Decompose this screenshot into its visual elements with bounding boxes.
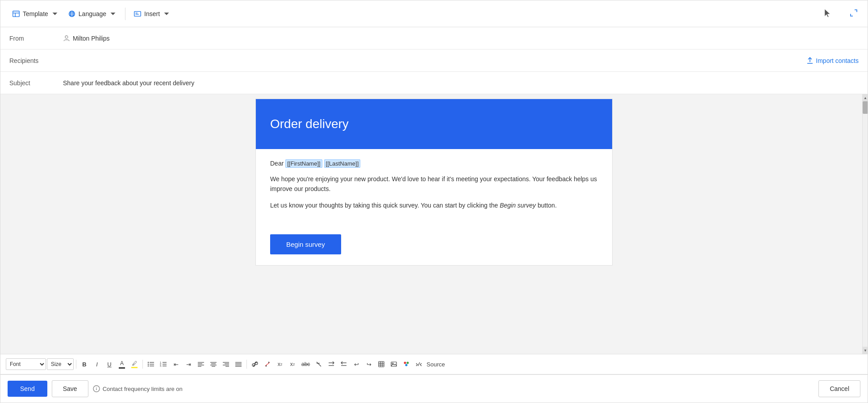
insert-label: Insert bbox=[144, 10, 160, 17]
align-left-button[interactable] bbox=[195, 358, 207, 370]
svg-point-60 bbox=[405, 364, 408, 366]
begin-survey-button[interactable]: Begin survey bbox=[270, 234, 341, 254]
template-label: Template bbox=[23, 10, 48, 17]
save-button[interactable]: Save bbox=[52, 380, 88, 397]
formatting-toolbar: Font Size B I U A 🖊 bbox=[0, 354, 868, 374]
cursor-indicator bbox=[824, 8, 832, 19]
template-button[interactable]: Template bbox=[8, 7, 63, 21]
size-select[interactable]: Size bbox=[47, 358, 74, 370]
align-center-button[interactable] bbox=[208, 358, 219, 370]
email-content-wrapper: Order delivery Dear [[FirstName]] [[Last… bbox=[255, 99, 613, 266]
svg-line-45 bbox=[317, 362, 321, 366]
body-para2-italic: Begin survey bbox=[500, 202, 536, 209]
numbered-list-button[interactable]: 1. 2. 3. bbox=[158, 358, 169, 370]
survey-btn-area: Begin survey bbox=[256, 227, 612, 265]
language-label: Language bbox=[79, 10, 106, 17]
strikethrough-button[interactable]: abc bbox=[299, 358, 312, 370]
svg-point-58 bbox=[404, 362, 406, 364]
from-value: Milton Philips bbox=[63, 35, 859, 42]
scroll-arrow-down[interactable]: ▼ bbox=[863, 347, 868, 354]
from-label: From bbox=[9, 35, 63, 42]
fmt-divider-3 bbox=[246, 360, 247, 369]
scroll-thumb[interactable] bbox=[863, 101, 868, 114]
bold-button[interactable]: B bbox=[79, 358, 90, 370]
undo-button[interactable]: ↩ bbox=[351, 358, 362, 370]
email-composer: Template Language bbox=[0, 0, 868, 403]
outdent-button[interactable]: ⇤ bbox=[170, 358, 182, 370]
svg-point-18 bbox=[148, 366, 149, 366]
body-paragraph-2: Let us know your thoughts by taking this… bbox=[270, 200, 598, 210]
link-button[interactable] bbox=[249, 358, 261, 370]
email-body-area[interactable]: Order delivery Dear [[FirstName]] [[Last… bbox=[0, 94, 868, 354]
language-button[interactable]: Language bbox=[63, 7, 121, 21]
bottom-bar: Send Save Contact frequency limits are o… bbox=[0, 374, 868, 403]
svg-point-11 bbox=[65, 36, 68, 38]
svg-rect-51 bbox=[379, 361, 384, 367]
import-contacts-button[interactable]: Import contacts bbox=[807, 57, 859, 64]
font-color-indicator bbox=[119, 367, 125, 369]
image-button[interactable] bbox=[388, 358, 400, 370]
format-clear-button[interactable] bbox=[313, 358, 325, 370]
from-sender: Milton Philips bbox=[73, 35, 109, 42]
fmt-divider-2 bbox=[142, 360, 143, 369]
unlink-button[interactable] bbox=[262, 358, 273, 370]
frequency-notice: Contact frequency limits are on bbox=[93, 385, 183, 392]
insert-button[interactable]: Insert bbox=[129, 7, 175, 21]
salutation-prefix: Dear bbox=[270, 160, 284, 167]
freq-notice-text: Contact frequency limits are on bbox=[103, 386, 183, 392]
underline-button[interactable]: U bbox=[104, 358, 115, 370]
language-icon bbox=[68, 10, 76, 18]
scroll-arrow-up[interactable]: ▲ bbox=[863, 94, 868, 101]
recipients-label: Recipients bbox=[9, 57, 63, 64]
font-color-button[interactable]: A bbox=[116, 358, 128, 370]
expand-button[interactable] bbox=[847, 6, 860, 21]
scrollbar-track[interactable]: ▲ ▼ bbox=[862, 94, 868, 354]
italic-button[interactable]: I bbox=[91, 358, 103, 370]
firstname-merge-tag: [[FirstName]] bbox=[285, 159, 322, 168]
superscript-button[interactable]: x2 bbox=[274, 358, 286, 370]
subject-label: Subject bbox=[9, 79, 63, 87]
top-toolbar: Template Language bbox=[0, 0, 868, 27]
indent-button[interactable]: ⇥ bbox=[183, 358, 194, 370]
svg-point-16 bbox=[148, 364, 149, 365]
email-salutation: Dear [[FirstName]] [[LastName]] bbox=[270, 160, 598, 167]
upload-icon bbox=[807, 57, 813, 64]
rtl-button[interactable] bbox=[338, 358, 350, 370]
lastname-merge-tag: [[LastName]] bbox=[324, 159, 361, 168]
justify-button[interactable] bbox=[233, 358, 244, 370]
svg-rect-8 bbox=[134, 11, 141, 16]
recipients-row: Recipients Import contacts bbox=[0, 50, 868, 72]
send-button[interactable]: Send bbox=[8, 381, 47, 397]
table-button[interactable] bbox=[376, 358, 387, 370]
ltr-button[interactable] bbox=[326, 358, 337, 370]
svg-point-59 bbox=[407, 362, 409, 364]
import-contacts-label: Import contacts bbox=[816, 57, 859, 64]
font-select[interactable]: Font bbox=[6, 358, 46, 370]
cancel-button[interactable]: Cancel bbox=[818, 380, 860, 397]
info-icon bbox=[93, 385, 100, 392]
from-row: From Milton Philips bbox=[0, 27, 868, 50]
body-para2-prefix: Let us know your thoughts by taking this… bbox=[270, 202, 500, 209]
fmt-divider-1 bbox=[76, 360, 76, 369]
subject-text: Share your feedback about your recent de… bbox=[63, 79, 194, 87]
source-button[interactable] bbox=[413, 358, 425, 370]
redo-button[interactable]: ↪ bbox=[363, 358, 375, 370]
color-picker-button[interactable] bbox=[401, 358, 412, 370]
insert-chevron-icon bbox=[163, 10, 171, 18]
insert-icon bbox=[134, 10, 142, 18]
highlight-button[interactable]: 🖊 bbox=[129, 358, 140, 370]
subject-value: Share your feedback about your recent de… bbox=[63, 79, 859, 87]
language-chevron-icon bbox=[109, 10, 117, 18]
subject-row: Subject Share your feedback about your r… bbox=[0, 72, 868, 94]
subscript-button[interactable]: x2 bbox=[287, 358, 298, 370]
svg-rect-56 bbox=[391, 362, 396, 366]
template-icon bbox=[12, 10, 20, 18]
align-right-button[interactable] bbox=[220, 358, 232, 370]
svg-point-57 bbox=[392, 363, 393, 364]
email-body-content: Dear [[FirstName]] [[LastName]] We hope … bbox=[256, 149, 612, 227]
email-header-banner: Order delivery bbox=[256, 99, 612, 149]
svg-point-14 bbox=[148, 362, 149, 363]
bullet-list-button[interactable] bbox=[145, 358, 157, 370]
email-header-title: Order delivery bbox=[270, 117, 598, 131]
svg-rect-0 bbox=[13, 11, 19, 17]
